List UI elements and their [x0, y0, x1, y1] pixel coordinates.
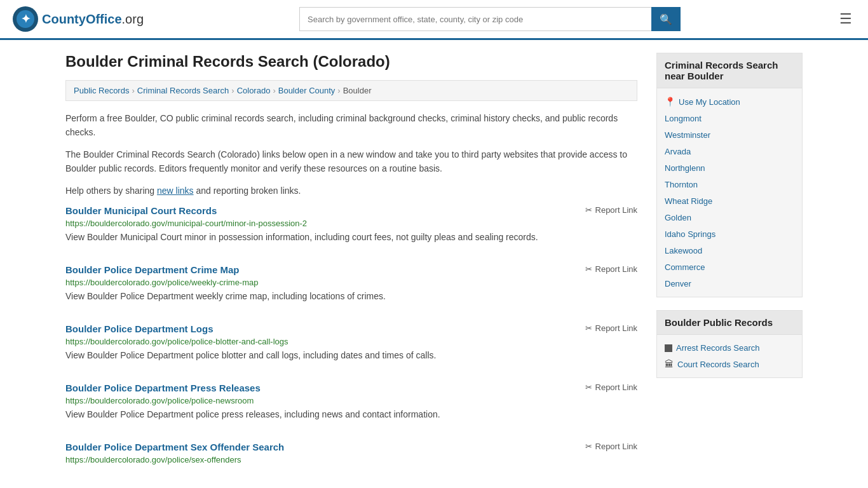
report-icon-2: ✂	[585, 323, 592, 333]
main-layout: Boulder Criminal Records Search (Colorad…	[53, 40, 815, 488]
breadcrumb-criminal-records-search[interactable]: Criminal Records Search	[137, 86, 229, 95]
sidebar-public-records-title: Boulder Public Records	[657, 311, 802, 335]
record-title-4[interactable]: Boulder Police Department Sex Offender S…	[65, 442, 284, 452]
description-3: Help others by sharing new links and rep…	[65, 184, 637, 198]
sidebar-item-wheat-ridge[interactable]: Wheat Ridge	[657, 193, 802, 209]
pin-icon: 📍	[665, 97, 675, 107]
sidebar-nearby-list: 📍 Use My Location Longmont Westminster A…	[657, 88, 802, 297]
breadcrumb-boulder: Boulder	[343, 86, 372, 95]
sidebar-public-records-section: Boulder Public Records Arrest Records Se…	[656, 310, 803, 378]
breadcrumb-public-records[interactable]: Public Records	[74, 86, 129, 95]
record-title-2[interactable]: Boulder Police Department Logs	[65, 323, 214, 334]
report-link-1[interactable]: ✂ Report Link	[585, 264, 637, 274]
svg-text:✦: ✦	[21, 13, 31, 25]
record-title-0[interactable]: Boulder Municipal Court Records	[65, 205, 217, 216]
description-1: Perform a free Boulder, CO public crimin…	[65, 111, 637, 140]
record-desc-0: View Boulder Municipal Court minor in po…	[65, 231, 637, 244]
record-entry-2: Boulder Police Department Logs ✂ Report …	[65, 323, 637, 367]
record-desc-1: View Boulder Police Department weekly cr…	[65, 290, 637, 303]
new-links-link[interactable]: new links	[157, 186, 194, 196]
use-location-link[interactable]: Use My Location	[679, 97, 740, 107]
search-icon: 🔍	[660, 14, 672, 25]
sidebar-item-denver[interactable]: Denver	[657, 275, 802, 292]
breadcrumb-sep-4: ›	[337, 86, 340, 95]
hamburger-icon: ☰	[839, 11, 852, 27]
page-title: Boulder Criminal Records Search (Colorad…	[65, 53, 637, 71]
breadcrumb-colorado[interactable]: Colorado	[237, 86, 271, 95]
report-link-2[interactable]: ✂ Report Link	[585, 323, 637, 333]
report-link-3[interactable]: ✂ Report Link	[585, 383, 637, 392]
breadcrumb-boulder-county[interactable]: Boulder County	[278, 86, 336, 95]
content-area: Boulder Criminal Records Search (Colorad…	[65, 53, 637, 487]
breadcrumb-sep-1: ›	[132, 86, 134, 95]
building-icon: 🏛	[665, 359, 674, 369]
record-url-3: https://bouldercolorado.gov/police/polic…	[65, 396, 637, 405]
search-input[interactable]	[299, 7, 651, 31]
report-link-4[interactable]: ✂ Report Link	[585, 442, 637, 451]
record-entry-4: Boulder Police Department Sex Offender S…	[65, 442, 637, 472]
sidebar-public-records-list: Arrest Records Search 🏛 Court Records Se…	[657, 335, 802, 377]
breadcrumb-sep-3: ›	[273, 86, 275, 95]
record-entry-1: Boulder Police Department Crime Map ✂ Re…	[65, 264, 637, 308]
sidebar-item-longmont[interactable]: Longmont	[657, 110, 802, 126]
sidebar-arrest-records[interactable]: Arrest Records Search	[657, 340, 802, 356]
site-header: ✦ CountyOffice.org 🔍 ☰	[0, 0, 868, 40]
search-area: 🔍	[299, 7, 681, 31]
report-icon-3: ✂	[585, 383, 592, 392]
records-list: Boulder Municipal Court Records ✂ Report…	[65, 205, 637, 472]
sidebar-item-lakewood[interactable]: Lakewood	[657, 242, 802, 259]
sidebar-item-idaho-springs[interactable]: Idaho Springs	[657, 226, 802, 242]
report-icon-0: ✂	[585, 205, 592, 215]
logo-icon: ✦	[13, 6, 38, 32]
record-desc-3: View Boulder Police Department police pr…	[65, 408, 637, 421]
report-icon-4: ✂	[585, 442, 592, 451]
sidebar-nearby-section: Criminal Records Search near Boulder 📍 U…	[656, 53, 803, 297]
logo-text: CountyOffice.org	[42, 12, 144, 27]
record-url-2: https://bouldercolorado.gov/police/polic…	[65, 337, 637, 346]
breadcrumb-sep-2: ›	[231, 86, 234, 95]
sidebar: Criminal Records Search near Boulder 📍 U…	[656, 53, 803, 487]
sidebar-item-northglenn[interactable]: Northglenn	[657, 159, 802, 176]
description-2: The Boulder Criminal Records Search (Col…	[65, 147, 637, 176]
sidebar-item-thornton[interactable]: Thornton	[657, 176, 802, 193]
record-entry-0: Boulder Municipal Court Records ✂ Report…	[65, 205, 637, 249]
sidebar-use-location[interactable]: 📍 Use My Location	[657, 93, 802, 110]
record-url-1: https://bouldercolorado.gov/police/weekl…	[65, 278, 637, 287]
record-url-0: https://bouldercolorado.gov/municipal-co…	[65, 219, 637, 228]
square-icon	[665, 344, 672, 352]
sidebar-item-westminster[interactable]: Westminster	[657, 126, 802, 143]
sidebar-nearby-title: Criminal Records Search near Boulder	[657, 53, 802, 88]
record-desc-2: View Boulder Police Department police bl…	[65, 349, 637, 362]
sidebar-item-golden[interactable]: Golden	[657, 209, 802, 226]
menu-button[interactable]: ☰	[836, 8, 855, 30]
sidebar-item-commerce[interactable]: Commerce	[657, 259, 802, 275]
breadcrumb: Public Records › Criminal Records Search…	[65, 80, 637, 101]
record-entry-3: Boulder Police Department Press Releases…	[65, 383, 637, 426]
record-title-3[interactable]: Boulder Police Department Press Releases	[65, 383, 261, 393]
sidebar-court-records[interactable]: 🏛 Court Records Search	[657, 356, 802, 372]
sidebar-item-arvada[interactable]: Arvada	[657, 143, 802, 159]
report-link-0[interactable]: ✂ Report Link	[585, 205, 637, 215]
record-url-4: https://bouldercolorado.gov/police/sex-o…	[65, 455, 637, 464]
logo-area: ✦ CountyOffice.org	[13, 6, 144, 32]
search-button[interactable]: 🔍	[651, 7, 681, 31]
record-title-1[interactable]: Boulder Police Department Crime Map	[65, 264, 239, 275]
report-icon-1: ✂	[585, 264, 592, 274]
